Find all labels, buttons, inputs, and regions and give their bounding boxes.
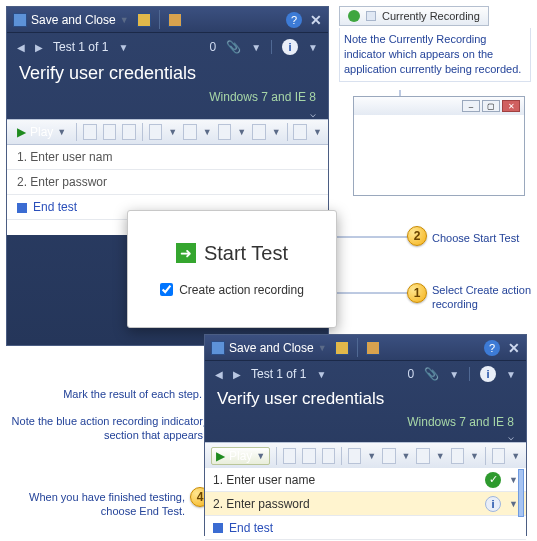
prev-test-icon[interactable]: ◀: [17, 42, 25, 53]
test-runner-window-during: Save and Close ▼ ? ✕ ◀ ▶ Test 1 of 1 ▼ 0…: [204, 334, 527, 536]
play-label: Play: [30, 125, 53, 139]
expand-chevron-icon[interactable]: ⌵: [205, 431, 526, 442]
create-action-recording-input[interactable]: [160, 283, 173, 296]
toolbar-icon[interactable]: [252, 124, 266, 140]
close-button[interactable]: ✕: [310, 12, 322, 28]
recording-dot-icon: [348, 10, 360, 22]
steps-toolbar: ▶ Play ▼ ▼ ▼ ▼ ▼ ▼: [7, 119, 328, 145]
toolbar-icon[interactable]: [348, 448, 361, 464]
steps-toolbar: ▶ Play ▼ ▼ ▼ ▼ ▼ ▼: [205, 442, 526, 468]
expand-chevron-icon[interactable]: ⌵: [7, 108, 328, 119]
toolbar-icon[interactable]: [149, 124, 163, 140]
callout-1: 1: [407, 283, 427, 303]
save-and-close-label: Save and Close: [229, 341, 314, 355]
stop-square-icon: [213, 523, 223, 533]
toolbar-icon[interactable]: [382, 448, 395, 464]
minimize-icon[interactable]: –: [462, 100, 480, 112]
save-icon: [13, 13, 27, 27]
toolbar-icon[interactable]: [293, 124, 307, 140]
test-menu-caret-icon[interactable]: ▼: [316, 369, 326, 380]
test-position: Test 1 of 1: [251, 367, 306, 381]
separator: [159, 10, 160, 29]
maximize-icon[interactable]: ▢: [482, 100, 500, 112]
create-action-recording-checkbox[interactable]: Create action recording: [160, 283, 304, 297]
help-button[interactable]: ?: [484, 340, 500, 356]
test-title: Verify user credentials: [7, 61, 328, 90]
end-test-label: End test: [229, 521, 273, 535]
step-row[interactable]: 1. Enter user nam: [7, 145, 328, 170]
annotation-recording: Note the Currently Recording indicator w…: [339, 28, 531, 82]
end-test-label: End test: [33, 200, 77, 214]
save-and-close-button[interactable]: Save and Close ▼: [13, 13, 129, 27]
annotation-mark-result: Mark the result of each step.: [42, 387, 202, 401]
annotation-select-create: Select Create action recording: [432, 283, 532, 312]
toolbar-icon[interactable]: [451, 448, 464, 464]
step-text: 1. Enter user name: [213, 473, 315, 487]
stop-icon[interactable]: [302, 448, 315, 464]
recorded-application-window: – ▢ ✕: [353, 96, 525, 196]
prev-test-icon[interactable]: ◀: [215, 369, 223, 380]
window-titlebar: – ▢ ✕: [354, 97, 524, 115]
pass-status-icon[interactable]: ✓: [485, 472, 501, 488]
open-icon[interactable]: [366, 341, 380, 355]
step-row[interactable]: 1. Enter user name ✓ ▼: [205, 468, 526, 492]
titlebar: Save and Close ▼ ? ✕: [7, 7, 328, 33]
close-button[interactable]: ✕: [508, 340, 520, 356]
save-icon: [211, 341, 225, 355]
start-test-button[interactable]: ➜ Start Test: [176, 242, 288, 265]
step-row[interactable]: 2. Enter passwor: [7, 170, 328, 195]
play-button[interactable]: ▶ Play ▼: [13, 125, 70, 139]
environment-label: Windows 7 and IE 8: [205, 415, 526, 431]
paperclip-icon[interactable]: 📎: [226, 40, 241, 54]
annotation-end-test: When you have finished testing, choose E…: [15, 490, 185, 519]
toolbar-icon[interactable]: [416, 448, 429, 464]
app-window-icon: [366, 11, 376, 21]
currently-recording-indicator: Currently Recording: [339, 6, 489, 26]
titlebar: Save and Close ▼ ? ✕: [205, 335, 526, 361]
close-icon[interactable]: ✕: [502, 100, 520, 112]
play-caret-icon: ▼: [57, 127, 66, 137]
info-button[interactable]: i: [282, 39, 298, 55]
save-split-icon[interactable]: [137, 13, 151, 27]
save-and-close-label: Save and Close: [31, 13, 116, 27]
dropdown-caret-icon: ▼: [318, 343, 327, 353]
paperclip-icon[interactable]: 📎: [424, 367, 439, 381]
step-text: 2. Enter password: [213, 497, 310, 511]
callout-2: 2: [407, 226, 427, 246]
test-nav: ◀ ▶ Test 1 of 1 ▼ 0 📎 ▼ i ▼: [205, 361, 526, 387]
next-test-icon[interactable]: ▶: [233, 369, 241, 380]
pause-icon[interactable]: [83, 124, 97, 140]
pause-icon[interactable]: [283, 448, 296, 464]
annotation-blue-section: Note the blue action recording indicator…: [10, 414, 203, 443]
info-caret-icon[interactable]: ▼: [308, 42, 318, 53]
toolbar-icon[interactable]: [218, 124, 232, 140]
toolbar-icon[interactable]: [183, 124, 197, 140]
toolbar-icon[interactable]: [492, 448, 505, 464]
stop-square-icon: [17, 203, 27, 213]
dropdown-caret-icon: ▼: [120, 15, 129, 25]
step-row-active[interactable]: 2. Enter password i ▼: [205, 492, 526, 516]
pending-status-icon[interactable]: i: [485, 496, 501, 512]
stop-icon[interactable]: [103, 124, 117, 140]
attach-caret-icon[interactable]: ▼: [251, 42, 261, 53]
end-test-row[interactable]: End test: [205, 516, 526, 540]
play-button[interactable]: ▶ Play ▼: [211, 447, 270, 465]
attachment-count: 0: [408, 367, 415, 381]
start-test-dialog: ➜ Start Test Create action recording: [127, 210, 337, 328]
currently-recording-label: Currently Recording: [382, 10, 480, 22]
environment-label: Windows 7 and IE 8: [7, 90, 328, 108]
undo-icon[interactable]: [122, 124, 136, 140]
test-menu-caret-icon[interactable]: ▼: [118, 42, 128, 53]
next-test-icon[interactable]: ▶: [35, 42, 43, 53]
play-arrow-icon: ▶: [216, 449, 225, 463]
start-test-label: Start Test: [204, 242, 288, 265]
open-icon[interactable]: [168, 13, 182, 27]
info-button[interactable]: i: [480, 366, 496, 382]
annotation-choose-start: Choose Start Test: [432, 231, 519, 245]
save-split-icon[interactable]: [335, 341, 349, 355]
save-and-close-button[interactable]: Save and Close ▼: [211, 341, 327, 355]
help-button[interactable]: ?: [286, 12, 302, 28]
play-label: Play: [229, 449, 252, 463]
undo-icon[interactable]: [322, 448, 335, 464]
test-nav: ◀ ▶ Test 1 of 1 ▼ 0 📎 ▼ i ▼: [7, 33, 328, 61]
